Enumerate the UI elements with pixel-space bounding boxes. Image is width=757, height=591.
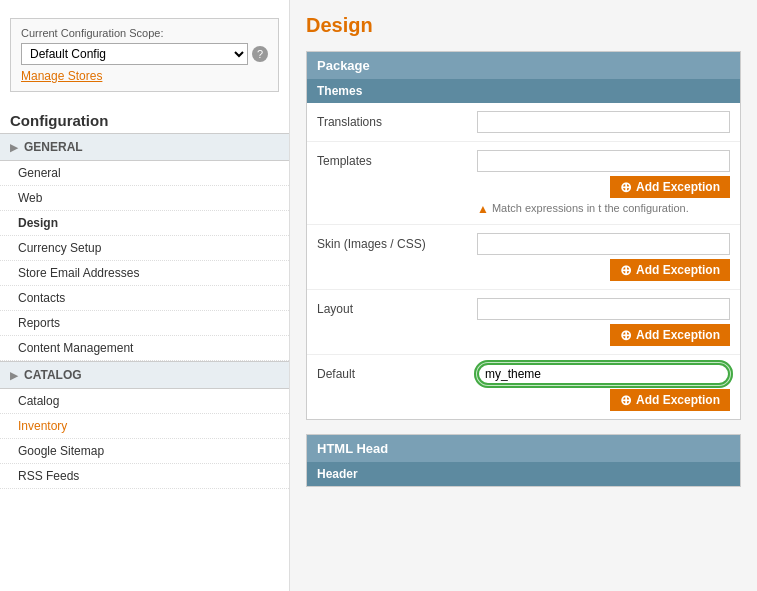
default-theme-input[interactable] bbox=[477, 363, 730, 385]
arrow-icon: ▶ bbox=[10, 142, 18, 153]
sidebar-item-reports[interactable]: Reports bbox=[0, 311, 289, 336]
add-exception-default-button[interactable]: ⊕ Add Exception bbox=[610, 389, 730, 411]
layout-input[interactable] bbox=[477, 298, 730, 320]
plus-icon-layout: ⊕ bbox=[620, 328, 632, 342]
plus-icon-skin: ⊕ bbox=[620, 263, 632, 277]
sidebar-item-general[interactable]: General bbox=[0, 161, 289, 186]
html-head-header: HTML Head bbox=[307, 435, 740, 462]
manage-stores-link[interactable]: Manage Stores bbox=[21, 69, 268, 83]
add-exception-templates-label: Add Exception bbox=[636, 180, 720, 194]
translations-input[interactable] bbox=[477, 111, 730, 133]
page-title: Design bbox=[306, 14, 741, 37]
sidebar-item-content-management[interactable]: Content Management bbox=[0, 336, 289, 361]
sidebar-item-rss-feeds[interactable]: RSS Feeds bbox=[0, 464, 289, 489]
sidebar-item-catalog[interactable]: Catalog bbox=[0, 389, 289, 414]
main-content: Design Package Themes Translations Templ… bbox=[290, 0, 757, 591]
themes-section: Package Themes Translations Templates ⊕ … bbox=[306, 51, 741, 420]
scope-box: Current Configuration Scope: Default Con… bbox=[10, 18, 279, 92]
layout-label: Layout bbox=[317, 298, 477, 316]
default-controls: ⊕ Add Exception bbox=[477, 363, 730, 411]
default-label: Default bbox=[317, 363, 477, 381]
sidebar-group-catalog[interactable]: ▶ CATALOG bbox=[0, 361, 289, 389]
field-row-skin: Skin (Images / CSS) ⊕ Add Exception bbox=[307, 225, 740, 290]
add-exception-default-label: Add Exception bbox=[636, 393, 720, 407]
templates-input[interactable] bbox=[477, 150, 730, 172]
field-row-translations: Translations bbox=[307, 103, 740, 142]
themes-sub-header: Themes bbox=[307, 79, 740, 103]
layout-controls: ⊕ Add Exception bbox=[477, 298, 730, 346]
add-exception-layout-button[interactable]: ⊕ Add Exception bbox=[610, 324, 730, 346]
skin-label: Skin (Images / CSS) bbox=[317, 233, 477, 251]
sidebar: Current Configuration Scope: Default Con… bbox=[0, 0, 290, 591]
add-exception-skin-button[interactable]: ⊕ Add Exception bbox=[610, 259, 730, 281]
sidebar-group-catalog-label: CATALOG bbox=[24, 368, 82, 382]
sidebar-group-general-items: General Web Design Currency Setup Store … bbox=[0, 161, 289, 361]
sidebar-group-general-label: GENERAL bbox=[24, 140, 83, 154]
html-head-section: HTML Head Header bbox=[306, 434, 741, 487]
sidebar-group-catalog-items: Catalog Inventory Google Sitemap RSS Fee… bbox=[0, 389, 289, 489]
sidebar-item-inventory[interactable]: Inventory bbox=[0, 414, 289, 439]
add-exception-layout-label: Add Exception bbox=[636, 328, 720, 342]
plus-icon: ⊕ bbox=[620, 180, 632, 194]
config-title: Configuration bbox=[0, 104, 289, 133]
templates-label: Templates bbox=[317, 150, 477, 168]
sidebar-item-design[interactable]: Design bbox=[0, 211, 289, 236]
skin-input[interactable] bbox=[477, 233, 730, 255]
add-exception-skin-label: Add Exception bbox=[636, 263, 720, 277]
translations-controls bbox=[477, 111, 730, 133]
translations-label: Translations bbox=[317, 111, 477, 129]
header-subheader: Header bbox=[307, 462, 740, 486]
templates-controls: ⊕ Add Exception ▲ Match expressions in t… bbox=[477, 150, 730, 216]
field-row-templates: Templates ⊕ Add Exception ▲ Match expres… bbox=[307, 142, 740, 225]
scope-label: Current Configuration Scope: bbox=[21, 27, 268, 39]
field-row-layout: Layout ⊕ Add Exception bbox=[307, 290, 740, 355]
field-row-default: Default ⊕ Add Exception bbox=[307, 355, 740, 419]
add-exception-templates-button[interactable]: ⊕ Add Exception bbox=[610, 176, 730, 198]
arrow-icon-catalog: ▶ bbox=[10, 370, 18, 381]
sidebar-item-web[interactable]: Web bbox=[0, 186, 289, 211]
sidebar-item-currency-setup[interactable]: Currency Setup bbox=[0, 236, 289, 261]
sidebar-item-contacts[interactable]: Contacts bbox=[0, 286, 289, 311]
sidebar-group-general[interactable]: ▶ GENERAL bbox=[0, 133, 289, 161]
help-icon[interactable]: ? bbox=[252, 46, 268, 62]
sidebar-item-google-sitemap[interactable]: Google Sitemap bbox=[0, 439, 289, 464]
scope-select[interactable]: Default Config bbox=[21, 43, 248, 65]
match-note-templates: ▲ Match expressions in t the configurati… bbox=[477, 202, 730, 216]
match-note-text: Match expressions in t the configuration… bbox=[492, 202, 689, 214]
warning-icon: ▲ bbox=[477, 202, 489, 216]
plus-icon-default: ⊕ bbox=[620, 393, 632, 407]
package-header: Package bbox=[307, 52, 740, 79]
skin-controls: ⊕ Add Exception bbox=[477, 233, 730, 281]
sidebar-item-store-email[interactable]: Store Email Addresses bbox=[0, 261, 289, 286]
